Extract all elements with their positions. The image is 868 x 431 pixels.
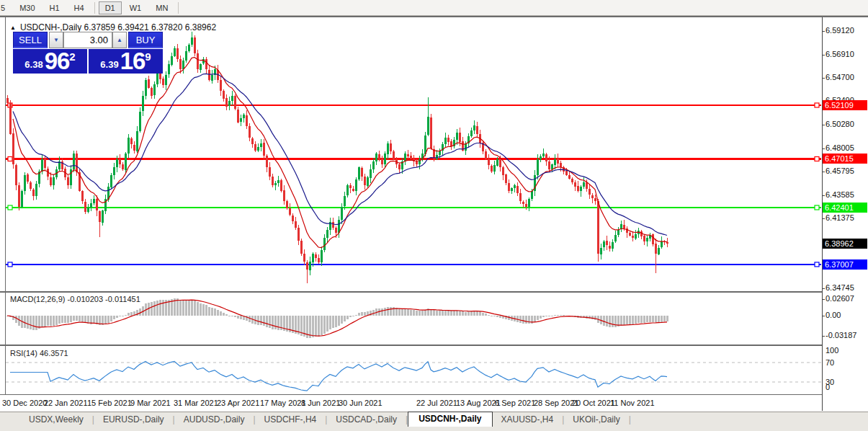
line-handle[interactable] [815,262,819,267]
chart-tab-usdcad[interactable]: USDCAD-,Daily [327,413,406,427]
buy-button[interactable]: BUY [128,32,163,48]
chart-tab-xauusd[interactable]: XAUUSD-,H4 [493,413,563,427]
rsi-axis-label: 100 [826,346,838,355]
tab-separator: | [629,414,631,427]
date-axis-label: 30 Dec 2020 [2,399,47,407]
date-axis-label: 22 Jan 2021 [44,399,88,407]
price-axis-label: 6.56910 [826,50,854,58]
date-axis-label: 9 Mar 2021 [130,399,171,407]
timeframe-button-m30[interactable]: M30 [13,1,41,14]
date-axis-label: 6 Sep 2021 [495,399,535,407]
rsi-top-border[interactable] [0,345,822,346]
sell-price-display[interactable]: 6.38 96 2 [13,49,87,74]
price-axis-tick [822,195,825,196]
price-axis-tick [822,218,825,219]
line-handle[interactable] [815,205,819,210]
one-click-trade-panel: SELL ▼ 3.00 ▲ BUY 6.38 96 2 6.39 16 9 [13,32,163,75]
chart-tab-ukoil[interactable]: UKOil-,Daily [564,413,628,427]
macd-axis-label: -0.03187 [826,331,856,339]
chart-tab-audusd[interactable]: AUDUSD-,Daily [175,413,254,427]
symbol-ohlc-title: USDCNH-,Daily 6.37859 6.39421 6.37820 6.… [20,22,216,32]
price-axis-label: 6.59120 [826,26,854,35]
price-axis-tick [822,288,825,289]
toolbar-separator [178,2,179,14]
rsi-indicator-label: RSI(14) 46.3571 [10,349,68,357]
chart-tab-usdcnh[interactable]: USDCNH-,Daily [408,412,492,427]
price-axis-label: 6.45795 [826,166,854,175]
date-axis[interactable]: 30 Dec 202022 Jan 202115 Feb 20219 Mar 2… [0,395,822,411]
macd-indicator-label: MACD(12,26,9) -0.010203 -0.011451 [10,295,140,303]
price-axis-tick [822,55,825,55]
trading-terminal: 5M30H1H4D1W1MN ▲ USDCNH-,Daily 6.37859 6… [0,0,868,431]
sell-button[interactable]: SELL [13,32,48,48]
buy-price-pips: 16 [120,50,146,72]
line-handle[interactable] [8,156,12,161]
volume-increase-button[interactable]: ▲ [112,32,127,48]
line-handle[interactable] [8,262,12,267]
line-handle[interactable] [815,156,819,161]
timeframe-button-h1[interactable]: H1 [43,1,66,14]
sell-price-prefix: 6.38 [24,59,42,72]
date-axis-label: 20 Oct 2021 [572,399,615,407]
price-axis-tick [822,125,825,125]
chart-left-border [5,17,6,411]
timeframe-button-mn[interactable]: MN [149,1,174,14]
toolbar-separator [94,2,95,14]
macd-axis-label: 0.02607 [826,294,854,303]
sell-price-pips: 96 [45,50,70,72]
price-axis-label: 6.48005 [826,143,854,152]
volume-decrease-button[interactable]: ▼ [49,32,63,48]
timeframe-button-h4[interactable]: H4 [68,1,91,14]
price-level-badge: 6.47015 [823,154,867,164]
price-level-badge: 6.42401 [823,203,867,213]
timeframe-button-w1[interactable]: W1 [123,1,148,14]
price-axis-label: 6.50280 [826,120,854,128]
price-axis-tick [822,172,825,172]
price-axis-label: 6.54700 [826,73,854,81]
price-axis-tick [822,31,825,32]
macd-top-border[interactable] [0,291,822,293]
chart-tab-usdchf[interactable]: USDCHF-,H4 [256,413,326,427]
chart-title: ▲ USDCNH-,Daily 6.37859 6.39421 6.37820 … [10,22,216,32]
ma-fast-line [13,58,667,248]
collapse-arrow-icon[interactable]: ▲ [10,25,16,31]
price-axis-tick [822,78,825,79]
buy-price-prefix: 6.39 [100,59,118,72]
price-level-badge: 6.37007 [823,259,867,270]
rsi-axis-label: 0 [826,383,830,391]
macd-axis-label: 0.00 [826,311,841,319]
macd-axis-tick [822,299,825,300]
timeframe-button-5[interactable]: 5 [0,1,12,14]
rsi-axis-label: 70 [826,358,834,367]
line-handle[interactable] [815,103,819,107]
chart-tab-bar: USDX,Weekly|EURUSD-,Daily|AUDUSD-,Daily|… [0,412,868,427]
macd-axis-tick [822,336,825,337]
timeframe-button-d1[interactable]: D1 [99,1,122,14]
line-handle[interactable] [8,205,12,210]
price-axis-label: 6.34745 [826,283,854,292]
date-axis-label: 17 May 2021 [260,399,306,407]
date-axis-label: 11 Nov 2021 [610,399,655,407]
timeframe-toolbar: 5M30H1H4D1W1MN [0,0,868,16]
price-axis-label: 6.43585 [826,190,854,199]
rsi-panel-canvas[interactable] [5,347,822,394]
date-axis-label: 22 Jul 2021 [416,399,457,407]
date-axis-label: 15 Feb 2021 [87,399,132,407]
chart-tab-usdx[interactable]: USDX,Weekly [20,413,92,427]
price-axis-tick [822,148,825,149]
buy-price-display[interactable]: 6.39 16 9 [89,49,163,74]
macd-axis-tick [822,316,825,316]
bottom-status-strip [0,427,868,431]
current-price-badge: 6.38962 [823,239,867,249]
ma-slow-line [13,74,667,235]
chart-tab-eurusd[interactable]: EURUSD-,Daily [94,413,173,427]
date-axis-label: 30 Jun 2021 [339,399,382,407]
buy-price-point: 9 [145,50,151,72]
volume-input[interactable]: 3.00 [63,32,112,48]
price-level-badge: 6.52109 [823,100,867,110]
date-axis-label: 8 Jun 2021 [301,399,340,407]
date-axis-label: 31 Mar 2021 [174,399,218,407]
sell-price-point: 2 [69,50,75,72]
price-axis-label: 6.41375 [826,213,854,222]
date-axis-label: 13 Aug 2021 [456,399,501,407]
